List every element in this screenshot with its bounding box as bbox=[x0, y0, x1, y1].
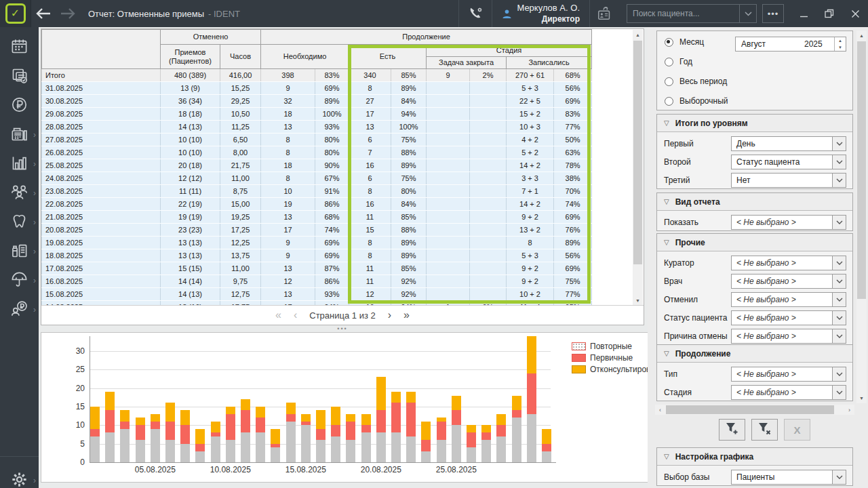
dropdown-value: < Не выбрано > bbox=[732, 256, 832, 270]
patient-search-input[interactable]: Поиск пациента... bbox=[627, 5, 739, 22]
spinner-buttons[interactable]: ▲▼ bbox=[834, 37, 846, 51]
scroll-down-icon[interactable]: ▼ bbox=[856, 393, 867, 403]
chevron-down-icon[interactable] bbox=[832, 470, 846, 484]
dropdown-Причина отмены[interactable]: < Не выбрано > bbox=[731, 329, 846, 344]
chevron-down-icon[interactable] bbox=[832, 216, 846, 229]
table-row[interactable]: 15.08.202514 (13)12,751393%1292%10 + 277… bbox=[42, 288, 592, 301]
prev-page-button[interactable]: ‹ bbox=[294, 310, 297, 321]
sidebar-item-ruble-payments[interactable] bbox=[0, 92, 39, 120]
radio-Выборочный[interactable] bbox=[665, 97, 673, 106]
scroll-down-icon[interactable]: ▼ bbox=[633, 296, 643, 306]
table-row[interactable]: 17.08.202515 (15)11,001387%1185%9 + 269% bbox=[42, 262, 592, 275]
sidebar-item-patients[interactable]: › bbox=[0, 179, 39, 207]
table-row[interactable]: 29.08.202518 (18)10,5018100%1794%15 + 28… bbox=[42, 108, 592, 121]
table-row[interactable]: 25.08.202520 (18)21,751890%1689%14 + 278… bbox=[42, 159, 592, 172]
section-header[interactable]: ▽Продолжение bbox=[657, 345, 852, 363]
radio-Весь период[interactable] bbox=[665, 77, 673, 86]
sidebar-item-calendar[interactable] bbox=[0, 33, 39, 62]
last-page-button[interactable]: » bbox=[403, 310, 410, 321]
chevron-down-icon[interactable] bbox=[832, 137, 846, 150]
pagination-bar: « ‹ Страница 1 из 2 › » bbox=[41, 305, 644, 325]
dropdown-Показать[interactable]: < Не выбрано > bbox=[731, 215, 846, 230]
chevron-down-icon[interactable] bbox=[832, 329, 846, 343]
section-header[interactable]: ▽Прочие bbox=[657, 234, 852, 251]
maximize-button[interactable] bbox=[816, 0, 842, 27]
row-value: 8 bbox=[349, 185, 391, 198]
close-button[interactable] bbox=[842, 0, 868, 27]
chevron-down-icon[interactable] bbox=[832, 274, 846, 288]
dropdown-Второй[interactable]: Статус пациента bbox=[731, 155, 846, 169]
first-page-button[interactable]: « bbox=[275, 310, 281, 321]
table-row[interactable]: Итого480 (389)416,0039883%34085%92%270 +… bbox=[42, 69, 592, 82]
table-row[interactable]: 21.08.202519 (19)19,251368%1185%9 + 269% bbox=[42, 211, 592, 224]
sidebar-item-settings[interactable]: › bbox=[0, 466, 39, 488]
patient-search-combo[interactable]: Поиск пациента... bbox=[627, 4, 757, 23]
app-logo[interactable]: ✓ bbox=[0, 0, 31, 27]
splitter-handle[interactable]: ••• bbox=[41, 325, 644, 332]
dropdown-Куратор[interactable]: < Не выбрано > bbox=[731, 256, 846, 270]
chevron-down-icon[interactable] bbox=[832, 311, 846, 325]
sidebar-item-insurance-umbrella[interactable]: › bbox=[0, 266, 39, 295]
sidebar-item-warehouse[interactable]: › bbox=[0, 237, 39, 266]
dropdown-Врач[interactable]: < Не выбрано > bbox=[731, 274, 846, 289]
add-filter-button[interactable] bbox=[719, 419, 745, 441]
dropdown-Стадия[interactable]: < Не выбрано > bbox=[731, 385, 846, 400]
chevron-down-icon[interactable] bbox=[832, 367, 846, 381]
chevron-down-icon[interactable] bbox=[832, 386, 846, 399]
phone-calls-button[interactable] bbox=[459, 0, 492, 27]
radio-Месяц[interactable] bbox=[665, 38, 673, 47]
table-row[interactable]: 26.08.202510 (10)8,00880%788%5 + 263% bbox=[42, 146, 592, 159]
table-row[interactable]: 23.08.202511 (11)8,751091%880%7 + 170% bbox=[42, 185, 592, 198]
section-header[interactable]: ▽Итоги по уровням bbox=[657, 115, 852, 132]
dropdown-Тип[interactable]: < Не выбрано > bbox=[731, 367, 846, 382]
patient-search-dropdown[interactable] bbox=[739, 5, 756, 22]
sidebar-item-salary[interactable]: › bbox=[0, 296, 39, 324]
section-header[interactable]: ▽Вид отчета bbox=[657, 193, 852, 211]
forward-button[interactable] bbox=[56, 0, 80, 27]
more-options-button[interactable]: ••• bbox=[762, 4, 784, 23]
table-row[interactable]: 28.08.202514 (13)11,251393%13100%10 + 37… bbox=[42, 121, 592, 134]
table-row[interactable]: 18.08.202513 (13)13,75969%889%5 + 356% bbox=[42, 249, 592, 262]
scroll-left-icon[interactable]: ‹ bbox=[655, 405, 665, 415]
row-date: 19.08.2025 bbox=[42, 237, 161, 249]
table-row[interactable]: 27.08.202510 (10)6,50880%675%4 + 250% bbox=[42, 134, 592, 146]
next-page-button[interactable]: › bbox=[388, 310, 391, 321]
table-row[interactable]: 19.08.202513 (13)12,25969%889%889% bbox=[42, 237, 592, 249]
section-header[interactable]: ▽Настройка графика bbox=[657, 448, 852, 466]
table-row[interactable]: 31.08.202513 (9)15,25969%889%5 + 356% bbox=[42, 82, 592, 95]
scroll-up-icon[interactable]: ▲ bbox=[856, 30, 867, 41]
clear-filter-button[interactable] bbox=[751, 419, 778, 441]
dropdown-Третий[interactable]: Нет bbox=[731, 173, 846, 188]
sidebar-item-tooth[interactable]: › bbox=[0, 208, 39, 237]
table-row[interactable]: 30.08.202536 (34)29,253289%2784%22 + 569… bbox=[42, 95, 592, 108]
current-user-button[interactable]: Меркулов А. О. Директор bbox=[492, 0, 589, 27]
sidebar-item-cash-register[interactable]: › bbox=[0, 121, 39, 149]
spin-up-icon[interactable]: ▲ bbox=[835, 37, 846, 44]
dropdown-Отменил[interactable]: < Не выбрано > bbox=[731, 292, 846, 307]
panel-horizontal-scrollbar[interactable]: ‹› bbox=[655, 405, 854, 415]
radio-Год[interactable] bbox=[665, 58, 673, 66]
last-patient-card-button[interactable] bbox=[590, 0, 620, 27]
row-value: 8 bbox=[261, 172, 315, 185]
chevron-down-icon[interactable] bbox=[832, 256, 846, 270]
back-button[interactable] bbox=[31, 0, 56, 27]
scroll-up-icon[interactable]: ▲ bbox=[633, 30, 643, 40]
table-row[interactable]: 22.08.202522 (19)15,001986%1684%14 + 274… bbox=[42, 198, 592, 211]
month-year-spinner[interactable]: Август2025▲▼ bbox=[735, 37, 846, 52]
dropdown-Статус пациента[interactable]: < Не выбрано > bbox=[731, 310, 846, 325]
sidebar-item-statistics[interactable]: › bbox=[0, 150, 39, 178]
sidebar-item-tasks-report[interactable] bbox=[0, 62, 39, 91]
table-row[interactable]: 16.08.202514 (14)9,751286%1192%9 + 275% bbox=[42, 275, 592, 288]
chevron-down-icon[interactable] bbox=[832, 174, 846, 187]
chevron-down-icon[interactable] bbox=[832, 155, 846, 169]
spin-down-icon[interactable]: ▼ bbox=[835, 44, 846, 51]
minimize-button[interactable] bbox=[791, 0, 816, 27]
dropdown-Выбор базы[interactable]: Пациенты bbox=[731, 470, 846, 485]
table-vertical-scrollbar[interactable]: ▲ ▼ bbox=[633, 30, 643, 306]
panel-vertical-scrollbar[interactable]: ▲▼ bbox=[856, 30, 867, 403]
table-row[interactable]: 20.08.202523 (23)17,251774%1588%13 + 276… bbox=[42, 224, 592, 237]
scroll-right-icon[interactable]: › bbox=[844, 405, 854, 415]
table-row[interactable]: 24.08.202512 (12)11,00867%675%3 + 338% bbox=[42, 172, 592, 185]
chevron-down-icon[interactable] bbox=[832, 293, 846, 306]
dropdown-Первый[interactable]: День bbox=[731, 136, 846, 151]
